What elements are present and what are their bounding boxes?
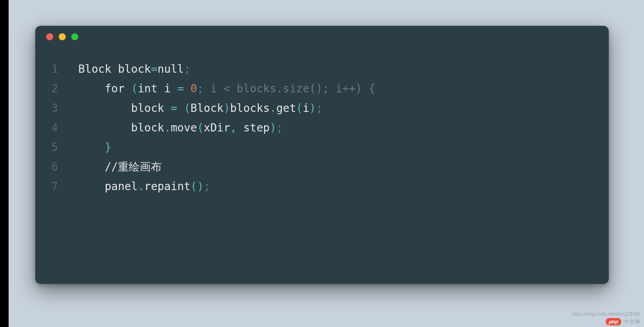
token: } [105,141,111,154]
token: () [191,180,204,193]
token: . [270,102,276,115]
token: ; i < blocks.size(); i++) { [197,82,375,95]
line-number: 3 [35,99,78,118]
token: , [230,121,237,134]
line-number: 2 [35,79,78,99]
code-content[interactable]: } [78,138,111,157]
code-content[interactable]: block.move(xDir, step); [78,118,283,138]
token [184,82,191,95]
window-titlebar [35,26,609,48]
line-number: 4 [35,118,78,138]
token: 0 [191,82,197,95]
token: ) [309,102,316,115]
token: get [276,102,296,115]
token: . [138,180,144,193]
code-line[interactable]: 5 } [35,138,609,157]
line-number: 1 [35,59,78,79]
code-line[interactable]: 4 block.move(xDir, step); [35,118,609,138]
token: int [138,82,158,95]
token: = [177,82,184,95]
code-line[interactable]: 7 panel.repaint(); [35,177,609,196]
token: ; [204,180,210,193]
token: block [131,121,164,134]
token: repaint [144,180,191,193]
watermark: php 中文网 [606,318,640,325]
code-line[interactable]: 2 for (int i = 0; i < blocks.size(); i++… [35,79,609,99]
token: ; [276,121,283,134]
token: block [131,102,171,115]
token: Block [191,102,224,115]
token: for [105,82,124,95]
token: i [157,82,177,95]
line-number: 7 [35,177,78,196]
close-icon[interactable] [46,33,53,40]
code-line[interactable]: 3 block = (Block)blocks.get(i); [35,99,609,118]
code-content[interactable]: Block block=null; [78,59,191,79]
token: //重绘画布 [105,160,162,173]
token: move [171,121,197,134]
code-content[interactable]: //重绘画布 [78,157,162,177]
line-number: 6 [35,157,78,177]
token: ( [296,102,303,115]
token: . [164,121,171,134]
token: blocks [230,102,270,115]
code-content[interactable]: for (int i = 0; i < blocks.size(); i++) … [78,79,375,99]
token: = [171,102,177,115]
token: null [157,63,184,75]
minimize-icon[interactable] [59,33,66,40]
watermark-text: 中文网 [624,318,640,325]
token: i [303,102,309,115]
token: ( [184,102,191,115]
token [124,82,131,95]
code-content[interactable]: block = (Block)blocks.get(i); [78,99,323,118]
token: Block block [78,63,151,75]
code-line[interactable]: 6 //重绘画布 [35,157,609,177]
token: ; [184,63,191,75]
token: ) [224,102,230,115]
token: ( [197,121,204,134]
token: ; [316,102,323,115]
token: ( [131,82,138,95]
source-url: https://blog.csdn.net/akm123456 [572,311,640,317]
token: ) [270,121,276,134]
code-line[interactable]: 1Block block=null; [35,59,609,79]
zoom-icon[interactable] [71,33,78,40]
php-badge-icon: php [606,318,621,325]
left-black-strip [0,0,9,327]
code-content[interactable]: panel.repaint(); [78,177,210,196]
token: xDir [204,121,230,134]
line-number: 5 [35,138,78,157]
token [177,102,184,115]
token: = [151,63,157,75]
code-editor[interactable]: 1Block block=null;2 for (int i = 0; i < … [35,48,609,196]
token: panel [105,180,137,193]
token: step [237,121,270,134]
code-window: 1Block block=null;2 for (int i = 0; i < … [35,26,609,284]
